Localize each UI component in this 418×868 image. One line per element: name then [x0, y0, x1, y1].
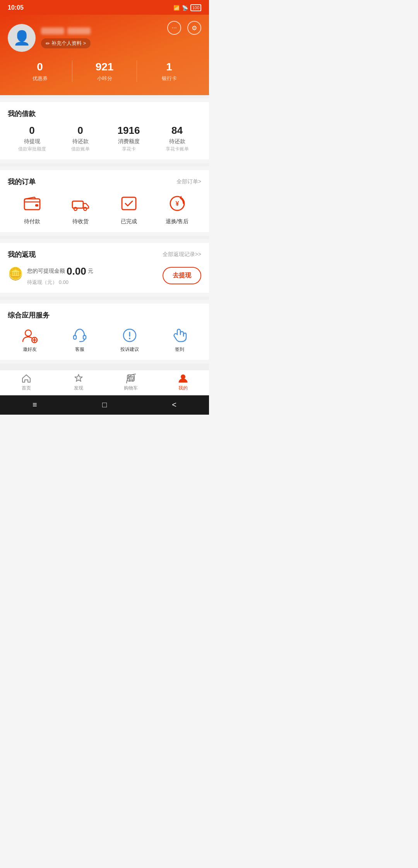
add-user-icon — [22, 328, 38, 343]
cashback-pending: 待返现（元） 0.00 — [27, 279, 93, 286]
order-card-header: 我的订单 全部订单> — [8, 177, 201, 186]
order-pending-receive-icon-wrap — [70, 193, 91, 214]
truck-icon — [71, 194, 90, 213]
headset-icon — [72, 328, 87, 343]
cashback-coin-icon: 🪙 — [8, 266, 23, 281]
cashback-left: 🪙 您的可提现金额 0.00 元 待返现（元） 0.00 — [8, 265, 93, 286]
nav-mine[interactable]: 我的 — [157, 373, 209, 391]
message-button[interactable]: ··· — [167, 21, 181, 35]
stat-bankcard[interactable]: 1 银行卡 — [137, 60, 201, 82]
cashback-title: 我的返现 — [8, 250, 36, 259]
order-pending-receive[interactable]: 待收货 — [56, 193, 104, 225]
loan-enjoy-repay[interactable]: 84 待还款 享花卡账单 — [153, 125, 201, 152]
order-pending-pay-label: 待付款 — [24, 218, 40, 225]
back-button[interactable]: < — [172, 400, 176, 409]
withdraw-button[interactable]: 去提现 — [163, 267, 201, 284]
service-label-2: 客服 — [75, 346, 84, 353]
nav-mine-label: 我的 — [178, 385, 188, 391]
loan-pending-withdraw-value: 0 — [8, 125, 56, 137]
menu-button[interactable]: ≡ — [33, 400, 37, 409]
loan-pending-withdraw-label: 待提现 — [8, 138, 56, 145]
stat-bankcard-label: 银行卡 — [137, 75, 201, 82]
order-grid: 待付款 待收货 已完成 — [8, 193, 201, 225]
nav-cart[interactable]: 购物车 — [104, 373, 157, 391]
order-return-icon-wrap: ¥ — [166, 193, 188, 214]
service-item-4[interactable]: 签到 — [158, 328, 201, 353]
loan-enjoy-repay-value: 84 — [153, 125, 201, 137]
wallet-icon — [23, 194, 41, 213]
nav-discover[interactable]: 发现 — [52, 373, 104, 391]
settings-button[interactable]: ⚙ — [187, 21, 201, 35]
avatar[interactable]: 👤 — [8, 24, 36, 52]
services-card: 综合应用服务 邀好友 客服 — [0, 304, 209, 360]
svg-point-3 — [74, 207, 77, 210]
svg-text:¥: ¥ — [175, 200, 179, 207]
refund-icon: ¥ — [168, 194, 187, 213]
service-label-1: 邀好友 — [23, 346, 37, 353]
username-block-1 — [41, 27, 64, 34]
touch-icon — [172, 328, 187, 343]
cashback-unit: 元 — [88, 268, 93, 275]
my-cashback-card: 我的返现 全部返现记录>> 🪙 您的可提现金额 0.00 元 待返现（元） 0.… — [0, 243, 209, 293]
avatar-icon: 👤 — [13, 30, 31, 46]
my-order-card: 我的订单 全部订单> 待付款 — [0, 170, 209, 232]
order-pending-pay-icon-wrap — [21, 193, 43, 214]
service-item-1[interactable]: 邀好友 — [8, 328, 51, 353]
profile-complete-button[interactable]: ✏ 补充个人资料 > — [41, 38, 91, 48]
loan-pending-withdraw[interactable]: 0 待提现 借款审批额度 — [8, 125, 56, 152]
divider-5 — [0, 364, 209, 370]
alert-icon — [122, 328, 137, 343]
loan-pending-repay[interactable]: 0 待还款 借款账单 — [56, 125, 104, 152]
cashback-card-header: 我的返现 全部返现记录>> — [8, 250, 201, 259]
cashback-pending-label: 待返现（元） — [27, 279, 57, 285]
loan-grid: 0 待提现 借款审批额度 0 待还款 借款账单 1916 消费额度 享花卡 84… — [8, 125, 201, 152]
svg-rect-1 — [35, 204, 38, 207]
loan-consume-limit-label: 消费额度 — [104, 138, 153, 145]
cashback-amount-row: 您的可提现金额 0.00 元 — [27, 265, 93, 277]
order-completed[interactable]: 已完成 — [104, 193, 153, 225]
order-title: 我的订单 — [8, 177, 36, 186]
checkmark-box-icon — [120, 194, 138, 213]
signal-icon: 📶 — [173, 5, 180, 11]
service-label-3: 投诉建议 — [120, 346, 139, 353]
status-icons: 📶 📡 100 — [173, 4, 201, 11]
stats-row: 0 优惠券 921 小咔分 1 银行卡 — [8, 60, 201, 84]
home-icon — [21, 373, 31, 383]
cart-icon — [126, 373, 136, 383]
service-item-3[interactable]: 投诉建议 — [108, 328, 151, 353]
svg-point-19 — [181, 374, 185, 379]
home-button[interactable]: □ — [102, 400, 107, 409]
username-block-2 — [67, 27, 91, 34]
cashback-info: 您的可提现金额 0.00 元 待返现（元） 0.00 — [27, 265, 93, 286]
stat-score[interactable]: 921 小咔分 — [72, 60, 137, 82]
services-title: 综合应用服务 — [8, 311, 50, 320]
stat-coupon-label: 优惠券 — [8, 75, 72, 82]
stat-bankcard-value: 1 — [137, 60, 201, 73]
order-return-label: 退换/售后 — [166, 218, 189, 225]
loan-title: 我的借款 — [8, 109, 36, 118]
order-return[interactable]: ¥ 退换/售后 — [153, 193, 201, 225]
profile-header: ··· ⚙ 👤 ✏ 补充个人资料 > 0 优惠券 921 小咔分 — [0, 15, 209, 95]
stat-score-label: 小咔分 — [72, 75, 137, 82]
status-bar: 10:05 📶 📡 100 — [0, 0, 209, 15]
divider-2 — [0, 163, 209, 166]
loan-consume-limit[interactable]: 1916 消费额度 享花卡 — [104, 125, 153, 152]
message-icon: ··· — [171, 24, 176, 31]
order-completed-icon-wrap — [118, 193, 140, 214]
services-grid: 邀好友 客服 投诉建议 签到 — [8, 326, 201, 353]
order-pending-pay[interactable]: 待付款 — [8, 193, 56, 225]
order-all-link[interactable]: 全部订单> — [176, 178, 201, 185]
stat-score-value: 921 — [72, 60, 137, 73]
nav-home[interactable]: 首页 — [0, 373, 52, 391]
profile-complete-label: 补充个人资料 > — [51, 40, 86, 47]
cashback-amount-label: 您的可提现金额 — [27, 268, 65, 275]
service-item-2[interactable]: 客服 — [58, 328, 101, 353]
header-top-icons: ··· ⚙ — [167, 21, 201, 35]
stat-coupon-value: 0 — [8, 60, 72, 73]
pencil-icon: ✏ — [46, 41, 50, 46]
stat-coupon[interactable]: 0 优惠券 — [8, 60, 72, 82]
nav-discover-label: 发现 — [74, 385, 83, 391]
cashback-all-link[interactable]: 全部返现记录>> — [163, 251, 201, 258]
loan-pending-repay-sub: 借款账单 — [56, 146, 104, 152]
loan-pending-withdraw-sub: 借款审批额度 — [8, 146, 56, 152]
